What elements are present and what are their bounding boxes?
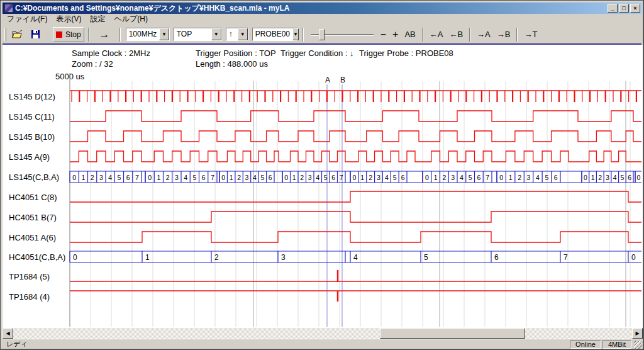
bus-value: 1 xyxy=(292,174,296,181)
close-button[interactable]: × xyxy=(630,4,640,13)
maximize-button[interactable]: □ xyxy=(619,4,629,13)
bus-value: 2 xyxy=(214,253,219,262)
channel-label: LS145 A(9) xyxy=(9,152,50,162)
bus-value: 5 xyxy=(621,174,625,181)
bus-value: 4 xyxy=(460,174,464,181)
trigger-position-value: TOP xyxy=(174,28,194,40)
bus-value: 2 xyxy=(237,174,241,181)
app-icon xyxy=(4,4,13,13)
zoom-slider-thumb[interactable] xyxy=(319,29,325,40)
bus-value: 1 xyxy=(509,174,513,181)
run-button[interactable]: → xyxy=(93,27,116,42)
chevron-down-icon[interactable]: ▼ xyxy=(159,28,169,40)
status-memory: 4MBit xyxy=(602,340,631,349)
stop-icon xyxy=(56,31,62,38)
bus-value: 5 xyxy=(545,174,548,181)
bus-value: 2 xyxy=(518,174,521,181)
menu-file[interactable]: ファイル(F) xyxy=(3,13,52,25)
zoom-ab-button[interactable]: AB xyxy=(401,28,418,40)
channel-label: LS145 D(12) xyxy=(9,92,55,101)
bus-value: 3 xyxy=(175,174,179,181)
bus-value: 7 xyxy=(486,174,489,181)
bus-value: 0 xyxy=(73,253,77,262)
signal-HC4051 B(7) xyxy=(70,212,641,222)
scroll-left-button[interactable]: ◀ xyxy=(3,328,13,339)
toolbar-separator xyxy=(469,28,470,42)
trigger-edge-combo[interactable]: ↑ ▼ xyxy=(226,28,248,41)
sample-rate-combo[interactable]: 100MHz ▼ xyxy=(126,28,170,41)
bus-value: 0 xyxy=(584,174,587,181)
waveform-client-area: Sample Clock : 2MHz Trigger Position : T… xyxy=(3,45,643,328)
bus-value: 4 xyxy=(536,174,540,181)
stop-label: Stop xyxy=(65,30,81,39)
bus-value: 6 xyxy=(477,174,480,181)
bus-value: 1 xyxy=(81,174,85,181)
channel-label: HC4051 B(7) xyxy=(9,213,57,222)
stop-button[interactable]: Stop xyxy=(53,27,84,42)
zoom-in-button[interactable]: + xyxy=(389,28,401,42)
app-window: C:¥Documents and Settings¥noname¥デスクトップ¥… xyxy=(0,0,644,350)
chevron-down-icon[interactable]: ▼ xyxy=(292,28,299,40)
save-button[interactable] xyxy=(27,27,44,42)
trigger-position-combo[interactable]: TOP ▼ xyxy=(174,28,222,41)
bus-value: 0 xyxy=(425,174,429,181)
minimize-button[interactable]: _ xyxy=(608,4,618,13)
menu-view[interactable]: 表示(V) xyxy=(52,13,86,25)
bus-value: 0 xyxy=(72,174,76,181)
open-file-button[interactable] xyxy=(9,27,26,42)
status-ready: レディ xyxy=(3,339,570,349)
trigger-probe-combo[interactable]: PROBE00 ▼ xyxy=(252,28,297,41)
chevron-down-icon[interactable]: ▼ xyxy=(238,28,248,40)
bus-value: 4 xyxy=(108,174,112,181)
set-cursor-b-button[interactable]: ←B xyxy=(446,28,466,40)
bus-value: 3 xyxy=(527,174,531,181)
scroll-right-button[interactable]: ▶ xyxy=(632,328,643,339)
bus-value: 5 xyxy=(393,174,397,181)
bus-value: 0 xyxy=(353,174,357,181)
bus-value: 0 xyxy=(148,174,152,181)
menu-settings[interactable]: 設定 xyxy=(86,13,109,25)
menu-help[interactable]: ヘルプ(H) xyxy=(109,13,152,25)
bus-value: 5 xyxy=(192,174,196,181)
bus-value: 6 xyxy=(628,174,631,181)
toolbar-separator xyxy=(119,28,121,42)
toolbar-separator xyxy=(422,28,423,42)
goto-cursor-b-button[interactable]: →B xyxy=(494,28,514,40)
bus-value: 1 xyxy=(360,174,364,181)
bus-value: 2 xyxy=(300,174,304,181)
channel-label: LS145 B(10) xyxy=(9,132,55,142)
toolbar: Stop → 100MHz ▼ TOP ▼ ↑ ▼ PROBE00 ▼ − + … xyxy=(3,25,641,43)
bus-value: 4 xyxy=(353,253,358,262)
zoom-out-button[interactable]: − xyxy=(377,28,389,42)
title-bar: C:¥Documents and Settings¥noname¥デスクトップ¥… xyxy=(3,3,641,14)
bus-value: 1 xyxy=(157,174,160,181)
bus-value: 1 xyxy=(145,253,150,262)
zoom-slider[interactable] xyxy=(311,28,374,41)
bus-value: 1 xyxy=(230,174,233,181)
chevron-down-icon[interactable]: ▼ xyxy=(211,28,221,40)
bus-value: 5 xyxy=(469,174,472,181)
bus-value: 7 xyxy=(340,174,343,181)
set-cursor-a-button[interactable]: ←A xyxy=(426,28,447,40)
goto-cursor-a-button[interactable]: →A xyxy=(474,28,494,40)
bus-value: 0 xyxy=(221,174,225,181)
bus-value: 5 xyxy=(117,174,121,181)
resize-grip[interactable] xyxy=(634,341,642,349)
channel-label: HC4051(C,B,A) xyxy=(9,252,65,262)
bus-value: 5 xyxy=(260,174,264,181)
scrollbar-thumb[interactable] xyxy=(380,328,525,339)
bus-value: 3 xyxy=(377,174,380,181)
trigger-probe-value: PROBE00 xyxy=(253,28,292,40)
goto-trigger-button[interactable]: →T xyxy=(521,28,540,40)
bus-value: 6 xyxy=(494,253,499,262)
channel-label: TP1684 (4) xyxy=(9,292,50,302)
bus-value: 0 xyxy=(284,174,288,181)
signal-LS145 C(11) xyxy=(70,111,641,121)
open-folder-icon xyxy=(12,30,23,39)
bus-value: 5 xyxy=(324,174,328,181)
channel-label: LS145(C,B,A) xyxy=(9,172,59,182)
signal-LS145 B(10) xyxy=(70,131,641,142)
horizontal-scrollbar[interactable]: ◀ ▶ xyxy=(3,328,643,339)
bus-value: 6 xyxy=(401,174,405,181)
cursor-b-label: B xyxy=(340,76,345,84)
